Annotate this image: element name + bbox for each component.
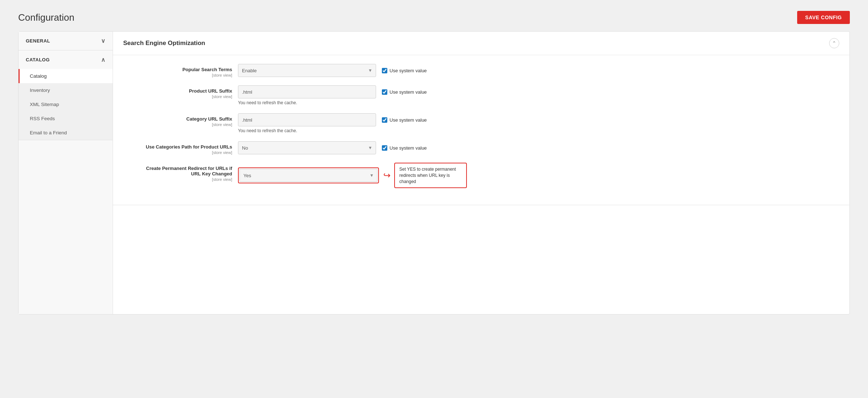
form-row-category-url-suffix: Category URL Suffix [store view] Use sys… — [123, 113, 839, 133]
seo-panel: Search Engine Optimization ⌃ Popular Sea… — [113, 32, 849, 205]
use-categories-path-use-system[interactable]: Use system value — [382, 145, 427, 151]
popular-search-terms-checkbox[interactable] — [382, 68, 387, 73]
product-url-suffix-use-system[interactable]: Use system value — [382, 89, 427, 95]
sidebar-section-catalog: CATALOG ∧ Catalog Inventory XML Sitemap … — [19, 50, 113, 140]
category-url-suffix-label: Category URL Suffix — [123, 116, 232, 122]
create-permanent-redirect-select-highlight: Yes No ▼ — [238, 167, 379, 183]
main-content: Search Engine Optimization ⌃ Popular Sea… — [113, 32, 849, 314]
form-row-create-permanent-redirect: Create Permanent Redirect for URLs ifURL… — [123, 163, 839, 188]
sidebar: GENERAL ∨ CATALOG ∧ Catalog Inventory — [19, 32, 113, 314]
popular-search-terms-select[interactable]: Enable Disable — [238, 64, 376, 77]
chevron-down-icon: ∨ — [101, 37, 106, 44]
category-url-suffix-scope: [store view] — [123, 122, 232, 127]
sidebar-section-general: GENERAL ∨ — [19, 32, 113, 50]
sidebar-catalog-items: Catalog Inventory XML Sitemap RSS Feeds … — [19, 69, 113, 140]
category-url-suffix-checkbox[interactable] — [382, 117, 387, 123]
popular-search-terms-select-wrapper: Enable Disable ▼ — [238, 64, 376, 77]
product-url-suffix-input[interactable] — [238, 85, 376, 98]
use-categories-path-scope: [store view] — [123, 150, 232, 155]
page-title: Configuration — [18, 12, 74, 23]
form-row-use-categories-path: Use Categories Path for Product URLs [st… — [123, 141, 839, 155]
sidebar-item-xml-sitemap[interactable]: XML Sitemap — [19, 97, 113, 111]
form-row-product-url-suffix: Product URL Suffix [store view] Use syst… — [123, 85, 839, 105]
page-header: Configuration Save Config — [18, 11, 850, 24]
category-url-suffix-use-system-label: Use system value — [389, 117, 427, 123]
popular-search-terms-label: Popular Search Terms — [123, 67, 232, 72]
sidebar-section-general-header[interactable]: GENERAL ∨ — [19, 32, 113, 50]
annotation-text: Set YES to create permanent redirects wh… — [399, 167, 456, 184]
product-url-suffix-use-system-label: Use system value — [389, 89, 427, 95]
section-panel-header: Search Engine Optimization ⌃ — [113, 32, 849, 55]
redirect-annotation: ↩ Set YES to create permanent redirects … — [383, 163, 467, 188]
sidebar-section-catalog-label: CATALOG — [26, 57, 50, 62]
sidebar-section-catalog-header[interactable]: CATALOG ∧ — [19, 50, 113, 69]
popular-search-terms-use-system-label: Use system value — [389, 68, 427, 73]
sidebar-item-email-to-friend[interactable]: Email to a Friend — [19, 126, 113, 140]
create-permanent-redirect-scope: [store view] — [123, 177, 232, 182]
collapse-chevron-icon: ⌃ — [832, 40, 836, 46]
sidebar-item-inventory[interactable]: Inventory — [19, 83, 113, 97]
use-categories-path-select-wrapper: No Yes ▼ — [238, 141, 376, 154]
sidebar-section-general-label: GENERAL — [26, 38, 50, 44]
sidebar-item-rss-feeds[interactable]: RSS Feeds — [19, 111, 113, 126]
product-url-suffix-label: Product URL Suffix — [123, 88, 232, 94]
product-url-suffix-scope: [store view] — [123, 94, 232, 99]
chevron-up-icon: ∧ — [101, 56, 106, 63]
sidebar-item-catalog[interactable]: Catalog — [19, 69, 113, 83]
save-config-button[interactable]: Save Config — [797, 11, 850, 24]
use-categories-path-select[interactable]: No Yes — [238, 141, 376, 154]
use-categories-path-use-system-label: Use system value — [389, 145, 427, 151]
use-categories-path-checkbox[interactable] — [382, 145, 387, 151]
popular-search-terms-scope: [store view] — [123, 73, 232, 77]
popular-search-terms-use-system[interactable]: Use system value — [382, 68, 427, 73]
product-url-suffix-hint: You need to refresh the cache. — [238, 100, 839, 105]
create-permanent-redirect-select-wrapper: Yes No ▼ — [239, 169, 378, 182]
collapse-icon[interactable]: ⌃ — [829, 38, 839, 48]
form-row-popular-search-terms: Popular Search Terms [store view] Enable… — [123, 64, 839, 77]
category-url-suffix-hint: You need to refresh the cache. — [238, 128, 839, 133]
create-permanent-redirect-select[interactable]: Yes No — [239, 169, 378, 182]
product-url-suffix-checkbox[interactable] — [382, 89, 387, 95]
main-card: GENERAL ∨ CATALOG ∧ Catalog Inventory — [18, 31, 850, 314]
use-categories-path-label: Use Categories Path for Product URLs — [123, 144, 232, 150]
annotation-box: Set YES to create permanent redirects wh… — [394, 163, 467, 188]
create-permanent-redirect-label: Create Permanent Redirect for URLs ifURL… — [123, 166, 232, 176]
arrow-icon: ↩ — [383, 170, 391, 180]
section-panel-title: Search Engine Optimization — [123, 40, 205, 47]
form-content: Popular Search Terms [store view] Enable… — [113, 55, 849, 205]
category-url-suffix-use-system[interactable]: Use system value — [382, 117, 427, 123]
category-url-suffix-input[interactable] — [238, 113, 376, 126]
